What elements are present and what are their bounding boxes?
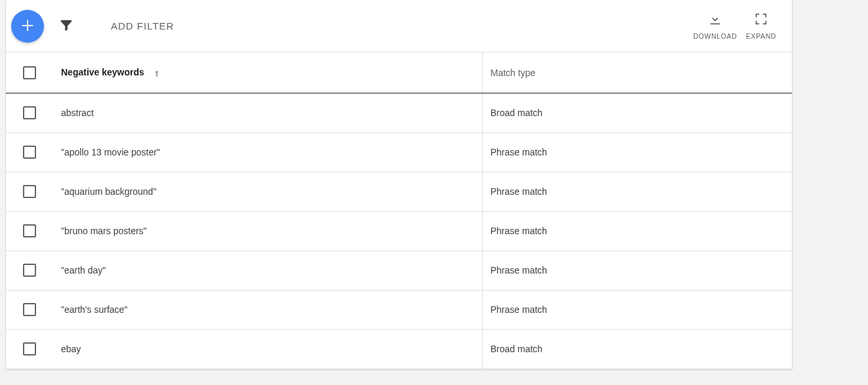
row-checkbox-cell <box>6 251 53 290</box>
download-icon <box>708 12 722 32</box>
row-checkbox[interactable] <box>23 185 36 198</box>
row-checkbox-cell <box>6 290 53 329</box>
column-header-match-type[interactable]: Match type <box>482 52 792 93</box>
keyword-cell[interactable]: ebay <box>53 329 482 369</box>
keyword-cell[interactable]: "earth's surface" <box>53 290 482 329</box>
row-checkbox[interactable] <box>23 146 36 159</box>
match-type-text: Phrase match <box>491 265 547 275</box>
keyword-text: "earth day" <box>61 265 106 275</box>
keyword-cell[interactable]: "bruno mars posters" <box>53 211 482 251</box>
download-button[interactable]: DOWNLOAD <box>692 12 738 40</box>
keyword-cell[interactable]: "earth day" <box>53 251 482 290</box>
keyword-text: abstract <box>61 108 94 118</box>
match-type-cell[interactable]: Broad match <box>482 329 792 369</box>
row-checkbox[interactable] <box>23 224 36 237</box>
toolbar: ADD FILTER DOWNLOAD EXPAND <box>6 0 792 52</box>
table-row: "apollo 13 movie poster"Phrase match <box>6 132 792 172</box>
match-type-text: Broad match <box>491 108 543 118</box>
keyword-text: "aquarium background" <box>61 186 156 197</box>
match-type-text: Phrase match <box>491 304 547 315</box>
match-type-cell[interactable]: Broad match <box>482 93 792 132</box>
column-header-match-type-label: Match type <box>491 68 535 78</box>
keyword-cell[interactable]: "aquarium background" <box>53 172 482 211</box>
table-row: "bruno mars posters"Phrase match <box>6 211 792 251</box>
filter-button[interactable] <box>58 18 74 34</box>
download-label: DOWNLOAD <box>693 32 737 40</box>
expand-label: EXPAND <box>746 32 776 40</box>
match-type-cell[interactable]: Phrase match <box>482 132 792 172</box>
keyword-cell[interactable]: "apollo 13 movie poster" <box>53 132 482 172</box>
add-filter-link[interactable]: ADD FILTER <box>111 20 174 31</box>
row-checkbox[interactable] <box>23 303 36 316</box>
row-checkbox[interactable] <box>23 264 36 277</box>
column-header-keyword-label: Negative keywords <box>61 67 144 77</box>
table-row: "earth's surface"Phrase match <box>6 290 792 329</box>
row-checkbox-cell <box>6 93 53 132</box>
match-type-cell[interactable]: Phrase match <box>482 211 792 251</box>
row-checkbox[interactable] <box>23 106 36 119</box>
row-checkbox[interactable] <box>23 342 36 355</box>
funnel-icon <box>59 18 73 34</box>
row-checkbox-cell <box>6 172 53 211</box>
match-type-cell[interactable]: Phrase match <box>482 172 792 211</box>
negative-keywords-card: ADD FILTER DOWNLOAD EXPAND <box>5 0 793 370</box>
negative-keywords-table: Negative keywords Match type abstractBro… <box>6 52 792 369</box>
header-checkbox-cell <box>6 52 53 93</box>
table-row: abstractBroad match <box>6 93 792 132</box>
match-type-text: Phrase match <box>491 147 547 157</box>
table-row: ebayBroad match <box>6 329 792 369</box>
keyword-text: ebay <box>61 344 81 354</box>
match-type-text: Broad match <box>491 344 543 354</box>
match-type-cell[interactable]: Phrase match <box>482 290 792 329</box>
match-type-text: Phrase match <box>491 186 547 197</box>
expand-icon <box>754 12 768 32</box>
keyword-text: "bruno mars posters" <box>61 226 147 236</box>
expand-button[interactable]: EXPAND <box>738 12 784 40</box>
column-header-keyword[interactable]: Negative keywords <box>53 52 482 93</box>
table-row: "aquarium background"Phrase match <box>6 172 792 211</box>
table-header-row: Negative keywords Match type <box>6 52 792 93</box>
row-checkbox-cell <box>6 132 53 172</box>
row-checkbox-cell <box>6 329 53 369</box>
match-type-text: Phrase match <box>491 226 547 236</box>
sort-asc-icon <box>152 69 161 78</box>
keyword-cell[interactable]: abstract <box>53 93 482 132</box>
select-all-checkbox[interactable] <box>23 66 36 79</box>
keyword-text: "apollo 13 movie poster" <box>61 147 160 157</box>
plus-icon <box>20 15 35 37</box>
row-checkbox-cell <box>6 211 53 251</box>
match-type-cell[interactable]: Phrase match <box>482 251 792 290</box>
keyword-text: "earth's surface" <box>61 304 127 315</box>
table-row: "earth day"Phrase match <box>6 251 792 290</box>
add-button[interactable] <box>11 10 44 43</box>
